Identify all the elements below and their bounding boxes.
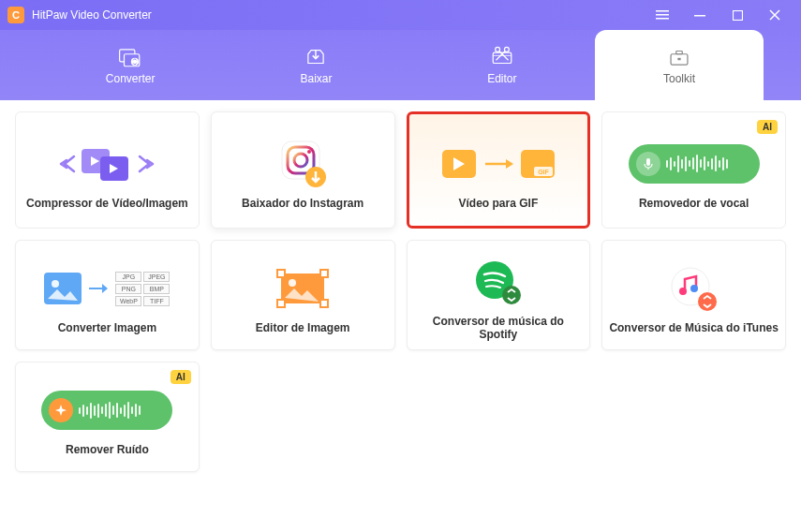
nav-converter[interactable]: Converter — [37, 30, 223, 100]
converter-icon — [118, 46, 142, 68]
card-label: Vídeo para GIF — [453, 197, 544, 210]
sparkle-icon — [55, 405, 67, 416]
card-instagram-downloader[interactable]: Baixador do Instagram — [211, 111, 395, 229]
nav-label: Converter — [106, 72, 156, 85]
card-icon — [16, 131, 199, 197]
card-label: Compressor de Vídeo/Imagem — [21, 197, 194, 210]
format-tag: BMP — [143, 284, 170, 294]
main-nav: Converter Baixar Editor Toolkit — [0, 30, 801, 100]
card-compressor[interactable]: Compressor de Vídeo/Imagem — [15, 111, 200, 229]
card-icon: JPG JPEG PNG BMP WebP TIFF — [16, 256, 199, 321]
format-tag: TIFF — [143, 296, 170, 306]
card-icon — [212, 256, 394, 321]
format-tag: JPG — [115, 272, 141, 282]
svg-text:GIF: GIF — [538, 169, 549, 175]
svg-point-52 — [679, 288, 687, 295]
ai-badge: AI — [171, 370, 191, 384]
svg-rect-1 — [656, 14, 669, 16]
card-itunes-converter[interactable]: Conversor de Música do iTunes — [601, 240, 786, 350]
svg-rect-4 — [733, 10, 742, 20]
card-label: Baixador do Instagram — [236, 197, 369, 210]
svg-marker-42 — [102, 284, 108, 293]
format-tag: JPEG — [143, 272, 170, 282]
card-icon — [602, 256, 785, 321]
card-spotify-converter[interactable]: Conversor de música do Spotify — [407, 240, 591, 350]
menu-icon — [656, 8, 669, 22]
nav-baixar[interactable]: Baixar — [223, 30, 408, 100]
card-vocal-remover[interactable]: AI Removedor de vocal — [601, 111, 786, 229]
card-icon: GIF — [409, 131, 588, 197]
svg-rect-18 — [676, 51, 683, 53]
svg-point-40 — [52, 280, 59, 288]
close-icon — [769, 9, 780, 21]
card-icon — [212, 131, 394, 197]
card-icon — [602, 131, 785, 197]
svg-rect-3 — [694, 15, 705, 17]
editor-icon — [490, 46, 514, 68]
ai-badge: AI — [757, 120, 778, 134]
close-button[interactable] — [756, 0, 794, 30]
svg-rect-19 — [677, 57, 680, 59]
svg-point-44 — [289, 279, 296, 287]
svg-point-27 — [307, 150, 311, 154]
svg-rect-0 — [656, 10, 669, 12]
card-noise-remover[interactable]: AI Remover Ruído — [15, 362, 200, 472]
svg-rect-45 — [277, 270, 285, 277]
card-label: Converter Imagem — [52, 321, 162, 334]
card-convert-image[interactable]: JPG JPEG PNG BMP WebP TIFF Converter Ima… — [15, 240, 200, 350]
maximize-button[interactable] — [719, 0, 756, 30]
settings-button[interactable] — [644, 0, 681, 30]
card-label: Editor de Imagem — [250, 321, 356, 334]
titlebar: C HitPaw Video Converter — [0, 0, 801, 30]
nav-editor[interactable]: Editor — [409, 30, 595, 100]
format-tag: WebP — [115, 296, 141, 306]
svg-rect-46 — [320, 270, 328, 277]
nav-label: Toolkit — [663, 72, 695, 85]
svg-rect-47 — [277, 300, 285, 307]
card-icon — [408, 249, 590, 315]
card-label: Conversor de Música do iTunes — [603, 321, 783, 334]
card-image-editor[interactable]: Editor de Imagem — [211, 240, 395, 350]
card-icon — [16, 377, 199, 443]
toolkit-content: Compressor de Vídeo/Imagem Baixador do I… — [0, 100, 801, 532]
svg-rect-48 — [320, 300, 328, 307]
microphone-icon — [642, 157, 655, 170]
svg-rect-37 — [646, 158, 650, 166]
card-label: Remover Ruído — [60, 443, 155, 456]
card-label: Removedor de vocal — [633, 197, 754, 210]
svg-marker-33 — [506, 159, 513, 169]
app-logo: C — [7, 7, 24, 23]
arrow-right-icon — [89, 283, 108, 294]
card-label: Conversor de música do Spotify — [408, 315, 590, 341]
card-video-to-gif[interactable]: GIF Vídeo para GIF — [407, 111, 591, 229]
maximize-icon — [733, 10, 743, 21]
download-icon — [304, 46, 328, 68]
nav-label: Baixar — [300, 72, 332, 85]
svg-point-53 — [690, 285, 698, 292]
toolkit-icon — [667, 46, 691, 68]
nav-toolkit[interactable]: Toolkit — [595, 30, 764, 100]
svg-rect-2 — [656, 18, 669, 20]
format-tag: PNG — [115, 284, 141, 294]
nav-label: Editor — [487, 72, 516, 85]
app-title: HitPaw Video Converter — [32, 8, 152, 22]
minimize-button[interactable] — [681, 0, 719, 30]
minimize-icon — [694, 9, 705, 21]
